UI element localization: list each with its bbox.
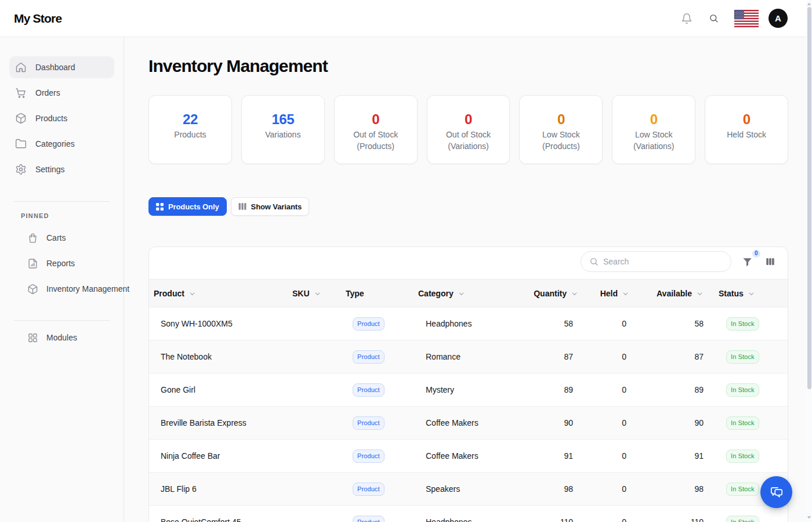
status-badge: In Stock — [726, 383, 759, 397]
type-badge: Product — [353, 350, 385, 364]
sidebar-item-carts[interactable]: Carts — [9, 227, 114, 249]
columns-icon — [238, 202, 246, 211]
sidebar-item-dashboard[interactable]: Dashboard — [9, 56, 114, 78]
type-badge: Product — [353, 383, 385, 397]
type-badge: Product — [353, 317, 385, 331]
cell-quantity: 87 — [517, 340, 578, 374]
table-row[interactable]: JBL Flip 6ProductSpeakers98098In Stock — [149, 473, 788, 506]
cell-status: In Stock — [708, 307, 788, 340]
chat-icon — [769, 485, 784, 500]
cell-held: 0 — [578, 440, 631, 473]
home-icon — [15, 61, 27, 73]
cell-status: In Stock — [708, 340, 788, 374]
cell-held: 0 — [578, 340, 631, 374]
column-header-category[interactable]: Category — [414, 280, 517, 307]
column-header-quantity[interactable]: Quantity — [517, 280, 578, 307]
stat-value: 0 — [618, 111, 689, 128]
cell-available: 91 — [631, 440, 708, 473]
column-header-product[interactable]: Product — [149, 280, 288, 307]
chat-fab-button[interactable] — [760, 476, 792, 508]
type-badge: Product — [353, 449, 385, 463]
column-header-type: Type — [341, 280, 414, 307]
cell-product: Sony WH-1000XM5 — [149, 307, 288, 340]
stat-card-products: 22Products — [148, 95, 232, 164]
table-search-input[interactable] — [603, 257, 719, 266]
stat-card-low-stock-variations: 0Low Stock (Variations) — [612, 95, 695, 164]
sort-chevron-icon — [458, 290, 465, 298]
funnel-icon — [742, 256, 753, 267]
sidebar-item-categories[interactable]: Categories — [9, 133, 114, 155]
columns-button[interactable] — [765, 256, 775, 267]
sidebar-item-inventory-management[interactable]: Inventory Management — [9, 278, 114, 300]
column-header-held[interactable]: Held — [578, 280, 631, 307]
table-row[interactable]: Breville Barista ExpressProductCoffee Ma… — [149, 407, 788, 440]
stat-label: Low Stock (Products) — [525, 129, 596, 152]
cell-category: Coffee Makers — [414, 407, 517, 440]
page-scrollbar[interactable] — [806, 0, 812, 522]
scrollbar-thumb[interactable] — [807, 7, 811, 389]
type-badge: Product — [353, 516, 385, 522]
sidebar-item-label: Inventory Management — [46, 284, 129, 293]
type-badge: Product — [353, 416, 385, 430]
cell-sku — [288, 307, 341, 340]
sidebar-item-label: Carts — [46, 233, 66, 242]
cell-quantity: 89 — [517, 374, 578, 407]
sidebar-item-modules[interactable]: Modules — [9, 327, 114, 349]
search-icon — [589, 257, 599, 266]
sidebar-item-label: Categories — [35, 139, 75, 148]
scroll-down-icon[interactable] — [807, 515, 811, 520]
sidebar-item-settings[interactable]: Settings — [9, 158, 114, 180]
cell-category: Mystery — [414, 374, 517, 407]
global-search-button[interactable] — [709, 13, 719, 23]
table-row[interactable]: Gone GirlProductMystery89089In Stock — [149, 374, 788, 407]
type-badge: Product — [353, 483, 385, 496]
status-badge: In Stock — [726, 350, 759, 364]
cell-type: Product — [341, 307, 414, 340]
notifications-button[interactable] — [681, 13, 693, 24]
status-badge: In Stock — [726, 516, 759, 522]
stat-value: 0 — [525, 111, 596, 128]
filter-count-badge: 0 — [752, 249, 761, 258]
sort-chevron-icon — [696, 290, 704, 298]
table-row[interactable]: Bose QuietComfort 45ProductHeadphones110… — [149, 506, 788, 522]
topbar-actions: A — [681, 9, 788, 28]
column-header-sku[interactable]: SKU — [288, 280, 341, 307]
scroll-up-icon[interactable] — [807, 2, 811, 6]
cell-held: 0 — [578, 506, 631, 522]
cell-category: Headphones — [414, 307, 517, 340]
cell-status: In Stock — [708, 407, 788, 440]
cell-quantity: 90 — [517, 407, 578, 440]
column-header-status[interactable]: Status — [708, 280, 788, 307]
sidebar-item-reports[interactable]: Reports — [9, 252, 114, 274]
cell-held: 0 — [578, 407, 631, 440]
avatar[interactable]: A — [768, 9, 788, 28]
toggle-show-variants[interactable]: Show Variants — [231, 197, 310, 216]
cell-quantity: 110 — [517, 506, 578, 522]
sidebar-item-products[interactable]: Products — [9, 107, 114, 129]
view-toggles: Products OnlyShow Variants — [148, 197, 788, 216]
sidebar-item-label: Reports — [46, 259, 75, 268]
cell-quantity: 91 — [517, 440, 578, 473]
cell-held: 0 — [578, 374, 631, 407]
toggle-products-only[interactable]: Products Only — [148, 197, 227, 216]
cell-product: JBL Flip 6 — [149, 473, 288, 506]
main-content: Inventory Management 22Products165Variat… — [124, 37, 812, 522]
sidebar-item-label: Dashboard — [35, 63, 75, 72]
filter-button[interactable]: 0 — [742, 256, 753, 267]
status-badge: In Stock — [726, 317, 759, 331]
table-row[interactable]: The NotebookProductRomance87087In Stock — [149, 340, 788, 374]
language-selector[interactable] — [734, 10, 759, 27]
stat-label: Out of Stock (Variations) — [433, 129, 504, 152]
cell-available: 87 — [631, 340, 708, 374]
bell-icon — [681, 13, 693, 24]
stat-label: Out of Stock (Products) — [340, 129, 411, 152]
sort-chevron-icon — [314, 290, 321, 298]
stat-card-variations: 165Variations — [241, 95, 325, 164]
sidebar-item-orders[interactable]: Orders — [9, 82, 114, 104]
table-row[interactable]: Sony WH-1000XM5ProductHeadphones58058In … — [149, 307, 788, 340]
table-row[interactable]: Ninja Coffee BarProductCoffee Makers9109… — [149, 440, 788, 473]
cell-sku — [288, 374, 341, 407]
stat-value: 165 — [248, 111, 318, 128]
column-header-available[interactable]: Available — [631, 280, 708, 307]
cell-held: 0 — [578, 307, 631, 340]
